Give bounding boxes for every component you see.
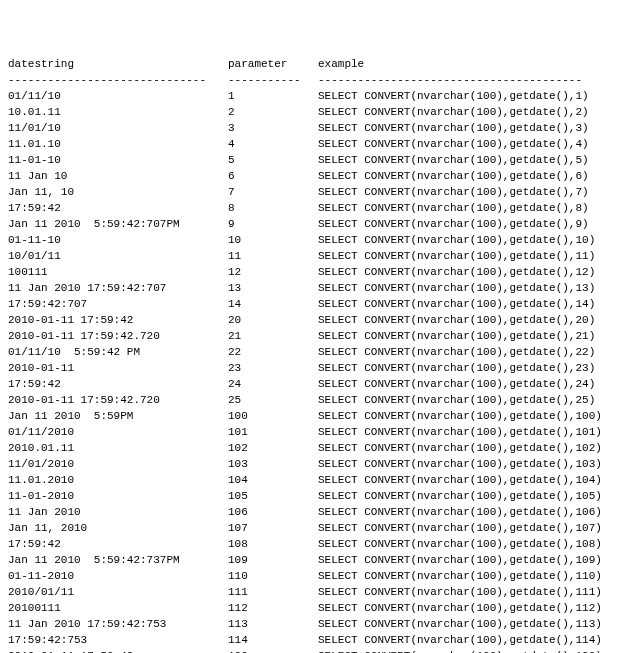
cell-example: SELECT CONVERT(nvarchar(100),getdate(),1… <box>318 536 602 552</box>
cell-datestring: 11 Jan 10 <box>8 168 228 184</box>
rows-container: 01/11/101SELECT CONVERT(nvarchar(100),ge… <box>8 88 620 653</box>
cell-parameter: 21 <box>228 328 318 344</box>
cell-datestring: 17:59:42 <box>8 376 228 392</box>
cell-datestring: 11 Jan 2010 17:59:42:753 <box>8 616 228 632</box>
cell-example: SELECT CONVERT(nvarchar(100),getdate(),1… <box>318 408 602 424</box>
cell-example: SELECT CONVERT(nvarchar(100),getdate(),1… <box>318 504 602 520</box>
cell-datestring: 01/11/10 <box>8 88 228 104</box>
cell-parameter: 111 <box>228 584 318 600</box>
cell-example: SELECT CONVERT(nvarchar(100),getdate(),2… <box>318 104 589 120</box>
cell-parameter: 2 <box>228 104 318 120</box>
cell-datestring: 11 Jan 2010 <box>8 504 228 520</box>
cell-datestring: Jan 11, 2010 <box>8 520 228 536</box>
header-datestring: datestring <box>8 56 228 72</box>
cell-parameter: 13 <box>228 280 318 296</box>
cell-parameter: 22 <box>228 344 318 360</box>
cell-parameter: 105 <box>228 488 318 504</box>
cell-example: SELECT CONVERT(nvarchar(100),getdate(),1… <box>318 648 602 653</box>
cell-datestring: 2010/01/11 <box>8 584 228 600</box>
cell-datestring: 20100111 <box>8 600 228 616</box>
cell-example: SELECT CONVERT(nvarchar(100),getdate(),1… <box>318 472 602 488</box>
cell-datestring: Jan 11, 10 <box>8 184 228 200</box>
cell-parameter: 23 <box>228 360 318 376</box>
cell-example: SELECT CONVERT(nvarchar(100),getdate(),2… <box>318 312 595 328</box>
cell-example: SELECT CONVERT(nvarchar(100),getdate(),1… <box>318 440 602 456</box>
cell-datestring: 2010-01-11 17:59:42 <box>8 312 228 328</box>
cell-parameter: 5 <box>228 152 318 168</box>
cell-datestring: 2010.01.11 <box>8 440 228 456</box>
cell-parameter: 4 <box>228 136 318 152</box>
cell-parameter: 1 <box>228 88 318 104</box>
cell-parameter: 106 <box>228 504 318 520</box>
cell-parameter: 120 <box>228 648 318 653</box>
cell-datestring: 2010-01-11 17:59:42.720 <box>8 328 228 344</box>
cell-parameter: 12 <box>228 264 318 280</box>
cell-datestring: 01/11/2010 <box>8 424 228 440</box>
sql-output-block: datestringparameterexample -------------… <box>8 56 620 653</box>
cell-datestring: Jan 11 2010 5:59PM <box>8 408 228 424</box>
cell-datestring: 100111 <box>8 264 228 280</box>
cell-example: SELECT CONVERT(nvarchar(100),getdate(),1… <box>318 88 589 104</box>
cell-datestring: 2010-01-11 17:59:42 <box>8 648 228 653</box>
cell-example: SELECT CONVERT(nvarchar(100),getdate(),2… <box>318 376 595 392</box>
header-parameter: parameter <box>228 56 318 72</box>
cell-example: SELECT CONVERT(nvarchar(100),getdate(),1… <box>318 488 602 504</box>
cell-parameter: 20 <box>228 312 318 328</box>
cell-example: SELECT CONVERT(nvarchar(100),getdate(),1… <box>318 568 602 584</box>
cell-parameter: 100 <box>228 408 318 424</box>
cell-parameter: 101 <box>228 424 318 440</box>
cell-datestring: 2010-01-11 <box>8 360 228 376</box>
cell-datestring: 11-01-10 <box>8 152 228 168</box>
cell-example: SELECT CONVERT(nvarchar(100),getdate(),1… <box>318 424 602 440</box>
cell-parameter: 102 <box>228 440 318 456</box>
cell-example: SELECT CONVERT(nvarchar(100),getdate(),7… <box>318 184 589 200</box>
cell-example: SELECT CONVERT(nvarchar(100),getdate(),1… <box>318 520 602 536</box>
cell-datestring: 11/01/10 <box>8 120 228 136</box>
cell-example: SELECT CONVERT(nvarchar(100),getdate(),1… <box>318 616 602 632</box>
cell-parameter: 109 <box>228 552 318 568</box>
cell-parameter: 11 <box>228 248 318 264</box>
cell-example: SELECT CONVERT(nvarchar(100),getdate(),1… <box>318 584 602 600</box>
cell-example: SELECT CONVERT(nvarchar(100),getdate(),1… <box>318 552 602 568</box>
cell-parameter: 6 <box>228 168 318 184</box>
cell-example: SELECT CONVERT(nvarchar(100),getdate(),4… <box>318 136 589 152</box>
cell-datestring: 10.01.11 <box>8 104 228 120</box>
cell-example: SELECT CONVERT(nvarchar(100),getdate(),1… <box>318 632 602 648</box>
cell-datestring: 17:59:42 <box>8 200 228 216</box>
cell-parameter: 104 <box>228 472 318 488</box>
cell-datestring: 11.01.10 <box>8 136 228 152</box>
cell-example: SELECT CONVERT(nvarchar(100),getdate(),1… <box>318 232 595 248</box>
cell-example: SELECT CONVERT(nvarchar(100),getdate(),1… <box>318 248 595 264</box>
cell-example: SELECT CONVERT(nvarchar(100),getdate(),8… <box>318 200 589 216</box>
cell-datestring: 17:59:42 <box>8 536 228 552</box>
cell-datestring: 11/01/2010 <box>8 456 228 472</box>
cell-parameter: 107 <box>228 520 318 536</box>
cell-example: SELECT CONVERT(nvarchar(100),getdate(),1… <box>318 456 602 472</box>
cell-parameter: 24 <box>228 376 318 392</box>
separator: ------------------------------ <box>8 72 228 88</box>
cell-datestring: Jan 11 2010 5:59:42:737PM <box>8 552 228 568</box>
cell-example: SELECT CONVERT(nvarchar(100),getdate(),9… <box>318 216 589 232</box>
cell-datestring: 17:59:42:707 <box>8 296 228 312</box>
cell-datestring: 01-11-2010 <box>8 568 228 584</box>
cell-parameter: 25 <box>228 392 318 408</box>
cell-parameter: 8 <box>228 200 318 216</box>
cell-datestring: 01-11-10 <box>8 232 228 248</box>
cell-parameter: 112 <box>228 600 318 616</box>
cell-example: SELECT CONVERT(nvarchar(100),getdate(),2… <box>318 392 595 408</box>
cell-example: SELECT CONVERT(nvarchar(100),getdate(),1… <box>318 296 595 312</box>
cell-datestring: Jan 11 2010 5:59:42:707PM <box>8 216 228 232</box>
cell-parameter: 108 <box>228 536 318 552</box>
cell-datestring: 11-01-2010 <box>8 488 228 504</box>
cell-example: SELECT CONVERT(nvarchar(100),getdate(),3… <box>318 120 589 136</box>
cell-example: SELECT CONVERT(nvarchar(100),getdate(),6… <box>318 168 589 184</box>
cell-parameter: 114 <box>228 632 318 648</box>
cell-datestring: 2010-01-11 17:59:42.720 <box>8 392 228 408</box>
cell-example: SELECT CONVERT(nvarchar(100),getdate(),1… <box>318 280 595 296</box>
separator: ----------- <box>228 72 318 88</box>
separator: ---------------------------------------- <box>318 72 582 88</box>
cell-example: SELECT CONVERT(nvarchar(100),getdate(),2… <box>318 344 595 360</box>
cell-parameter: 7 <box>228 184 318 200</box>
header-example: example <box>318 56 364 72</box>
cell-parameter: 103 <box>228 456 318 472</box>
